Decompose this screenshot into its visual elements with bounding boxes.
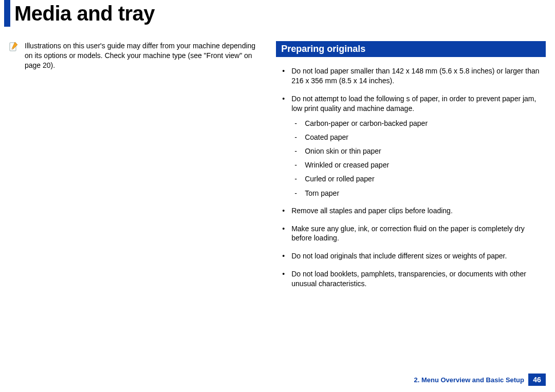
sub-list-item: Torn paper [291, 189, 546, 198]
sub-list-item: Carbon-paper or carbon-backed paper [291, 119, 546, 128]
list-item-text: Do not load booklets, pamphlets, transpa… [291, 270, 526, 288]
dash-list: Carbon-paper or carbon-backed paper Coat… [291, 119, 546, 198]
note-block: Illustrations on this user's guide may d… [9, 41, 264, 70]
list-item-text: Do not load originals that include diffe… [291, 252, 507, 260]
title-accent [4, 0, 10, 27]
list-item-text: Do not load paper smaller than 142 x 148… [291, 67, 539, 85]
list-item: Do not load booklets, pamphlets, transpa… [278, 269, 546, 289]
list-item-text: Make sure any glue, ink, or correction f… [291, 225, 525, 242]
sub-list-item: Coated paper [291, 133, 546, 142]
list-item: Do not attempt to load the following s o… [278, 94, 546, 198]
sub-list-item: Onion skin or thin paper [291, 146, 546, 156]
list-item-text: Do not attempt to load the following s o… [291, 95, 536, 113]
bullet-list: Do not load paper smaller than 142 x 148… [276, 66, 546, 289]
note-pencil-icon [9, 41, 23, 51]
sub-list-item: Curled or rolled paper [291, 174, 546, 183]
footer-page-number: 46 [528, 374, 546, 386]
list-item: Remove all staples and paper clips befor… [278, 206, 546, 216]
page-footer: 2. Menu Overview and Basic Setup 46 [414, 374, 546, 386]
list-item: Make sure any glue, ink, or correction f… [278, 224, 546, 244]
footer-chapter: 2. Menu Overview and Basic Setup [414, 376, 524, 384]
right-column: Preparing originals Do not load paper sm… [276, 41, 546, 297]
content-columns: Illustrations on this user's guide may d… [0, 27, 555, 297]
list-item: Do not load originals that include diffe… [278, 251, 546, 261]
section-header: Preparing originals [276, 41, 546, 57]
list-item-text: Remove all staples and paper clips befor… [291, 207, 453, 215]
sub-list-item: Wrinkled or creased paper [291, 160, 546, 170]
page-title: Media and tray [14, 2, 155, 25]
left-column: Illustrations on this user's guide may d… [9, 41, 276, 297]
title-bar: Media and tray [0, 0, 555, 27]
note-text: Illustrations on this user's guide may d… [23, 41, 264, 70]
list-item: Do not load paper smaller than 142 x 148… [278, 66, 546, 86]
